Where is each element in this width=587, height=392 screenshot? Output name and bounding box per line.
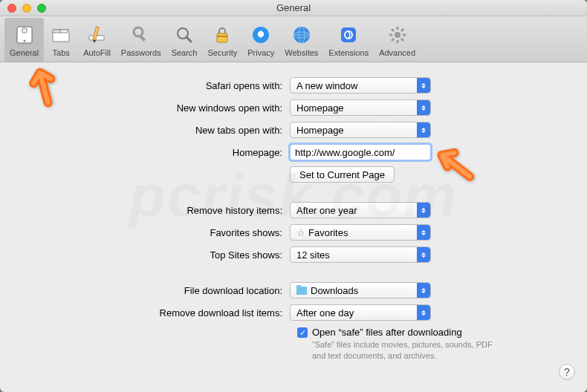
advanced-icon bbox=[386, 23, 409, 47]
passwords-icon bbox=[129, 23, 153, 47]
download-location-label: File download location: bbox=[22, 285, 290, 296]
remove-downloads-select[interactable]: After one day bbox=[290, 304, 431, 321]
toolbar-label: Advanced bbox=[379, 48, 415, 57]
toolbar-label: General bbox=[10, 48, 39, 57]
toolbar-label: Extensions bbox=[328, 48, 369, 57]
content-pane: Safari opens with: A new window New wind… bbox=[0, 62, 587, 377]
homepage-label: Homepage: bbox=[22, 147, 290, 158]
svg-rect-1 bbox=[22, 28, 27, 33]
chevron-updown-icon bbox=[417, 247, 430, 262]
opens-with-label: Safari opens with: bbox=[22, 80, 290, 91]
opens-with-select[interactable]: A new window bbox=[290, 77, 431, 94]
toolbar-item-privacy[interactable]: Privacy bbox=[242, 18, 279, 62]
toolbar-item-search[interactable]: Search bbox=[166, 18, 203, 62]
toolbar-label: AutoFill bbox=[83, 48, 111, 57]
toolbar-item-security[interactable]: Security bbox=[202, 18, 242, 62]
toolbar-item-general[interactable]: General bbox=[4, 18, 44, 62]
open-safe-files-label: Open “safe” files after downloading bbox=[312, 327, 462, 338]
remove-history-label: Remove history items: bbox=[22, 205, 290, 216]
toolbar-label: Search bbox=[172, 48, 198, 57]
security-icon bbox=[210, 23, 234, 47]
autofill-icon bbox=[85, 23, 108, 47]
websites-icon bbox=[290, 23, 314, 47]
new-tabs-select[interactable]: Homepage bbox=[290, 122, 431, 138]
new-windows-select[interactable]: Homepage bbox=[290, 99, 431, 116]
favorites-shows-label: Favorites shows: bbox=[22, 227, 290, 238]
toolbar-label: Privacy bbox=[247, 48, 274, 57]
svg-rect-13 bbox=[217, 36, 227, 37]
set-current-page-button[interactable]: Set to Current Page bbox=[290, 166, 395, 183]
svg-rect-4 bbox=[53, 30, 60, 33]
preferences-toolbar: General Tabs AutoFill Passwords Search bbox=[0, 16, 587, 62]
toolbar-item-passwords[interactable]: Passwords bbox=[116, 18, 166, 62]
toolbar-item-advanced[interactable]: Advanced bbox=[374, 18, 421, 62]
svg-line-11 bbox=[187, 37, 191, 42]
toolbar-item-websites[interactable]: Websites bbox=[279, 18, 323, 62]
star-icon: ☆ bbox=[296, 227, 305, 238]
chevron-updown-icon bbox=[417, 225, 430, 240]
svg-line-29 bbox=[401, 29, 403, 31]
window-title: General bbox=[276, 2, 311, 13]
svg-line-26 bbox=[392, 29, 394, 31]
chevron-updown-icon bbox=[417, 305, 430, 320]
svg-rect-12 bbox=[217, 33, 227, 42]
chevron-updown-icon bbox=[417, 283, 430, 298]
svg-rect-5 bbox=[60, 30, 68, 33]
window-controls bbox=[0, 4, 46, 13]
chevron-updown-icon bbox=[417, 78, 430, 93]
chevron-updown-icon bbox=[417, 122, 430, 137]
minimize-window-button[interactable] bbox=[22, 4, 31, 13]
folder-icon bbox=[296, 287, 307, 295]
homepage-field[interactable] bbox=[290, 144, 431, 160]
svg-rect-19 bbox=[341, 27, 356, 42]
top-sites-label: Top Sites shows: bbox=[22, 249, 290, 261]
toolbar-label: Passwords bbox=[121, 48, 161, 57]
close-window-button[interactable] bbox=[7, 4, 16, 13]
toolbar-item-tabs[interactable]: Tabs bbox=[44, 18, 78, 62]
svg-point-2 bbox=[23, 39, 25, 42]
safe-files-hint: “Safe” files include movies, pictures, s… bbox=[312, 339, 498, 362]
chevron-updown-icon bbox=[417, 100, 430, 115]
svg-line-28 bbox=[392, 39, 394, 41]
preferences-window: General General Tabs AutoFill Passwords bbox=[0, 0, 587, 392]
zoom-window-button[interactable] bbox=[37, 4, 46, 13]
new-windows-label: New windows open with: bbox=[22, 102, 290, 114]
help-button[interactable]: ? bbox=[559, 364, 575, 380]
general-icon bbox=[13, 23, 36, 47]
chevron-updown-icon bbox=[417, 203, 430, 218]
top-sites-select[interactable]: 12 sites bbox=[290, 246, 431, 263]
search-icon bbox=[172, 23, 196, 47]
remove-history-select[interactable]: After one year bbox=[290, 202, 431, 218]
titlebar: General bbox=[0, 0, 587, 16]
toolbar-item-autofill[interactable]: AutoFill bbox=[78, 18, 116, 62]
svg-point-21 bbox=[395, 32, 400, 38]
open-safe-files-checkbox[interactable]: ✓ bbox=[297, 327, 308, 338]
favorites-shows-select[interactable]: ☆Favorites bbox=[290, 224, 431, 241]
tabs-icon bbox=[49, 23, 73, 47]
toolbar-item-extensions[interactable]: Extensions bbox=[323, 18, 374, 62]
privacy-icon bbox=[249, 23, 273, 47]
remove-downloads-label: Remove download list items: bbox=[22, 307, 290, 318]
download-location-select[interactable]: Downloads bbox=[290, 282, 431, 298]
toolbar-label: Tabs bbox=[53, 48, 70, 57]
new-tabs-label: New tabs open with: bbox=[22, 125, 290, 136]
extensions-icon bbox=[337, 23, 360, 47]
toolbar-label: Websites bbox=[285, 48, 318, 57]
svg-line-27 bbox=[401, 39, 403, 41]
toolbar-label: Security bbox=[207, 48, 237, 57]
